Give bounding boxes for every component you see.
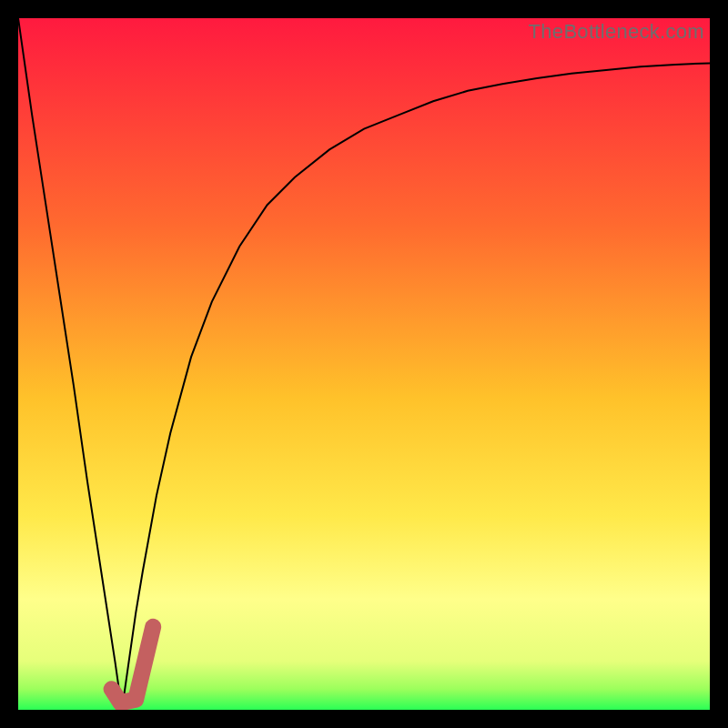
bottleneck-curve-left bbox=[18, 18, 122, 710]
watermark-text: TheBottleneck.com bbox=[529, 20, 704, 44]
curve-layer bbox=[18, 18, 710, 710]
chart-frame: TheBottleneck.com bbox=[0, 0, 728, 728]
bottleneck-curve-right bbox=[122, 63, 710, 710]
plot-area: TheBottleneck.com bbox=[18, 18, 710, 710]
